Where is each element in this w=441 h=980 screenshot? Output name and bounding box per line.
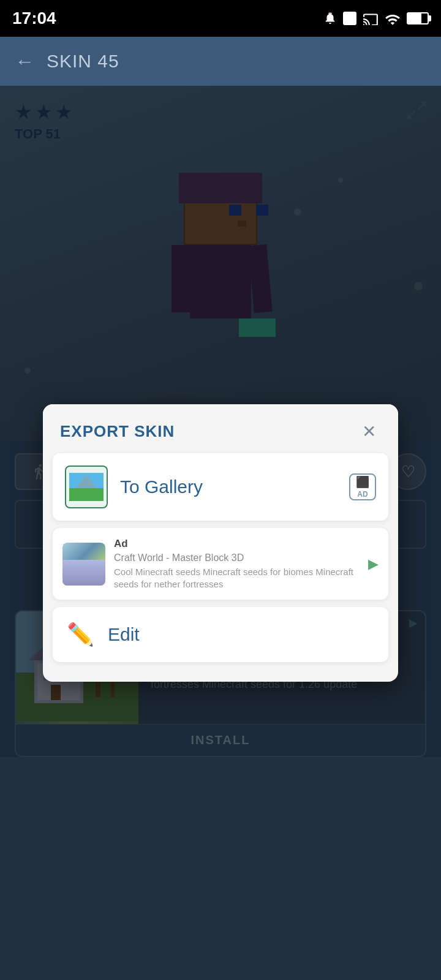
- modal-ad-marker: Ad: [114, 538, 360, 550]
- square-status-icon: [343, 12, 356, 25]
- modal-ad-content: Ad Craft World - Master Block 3D Cool Mi…: [114, 538, 360, 590]
- page-title: SKIN 45: [47, 51, 119, 72]
- svg-rect-1: [330, 12, 331, 13]
- status-icons: [323, 12, 429, 25]
- to-gallery-option[interactable]: To Gallery ⬛ AD: [53, 453, 388, 521]
- back-button[interactable]: ←: [15, 50, 34, 73]
- app-header: ← SKIN 45: [0, 37, 441, 86]
- edit-label: Edit: [108, 624, 376, 645]
- modal-overlay[interactable]: EXPORT SKIN ✕ To Gallery ⬛ AD: [0, 86, 441, 980]
- ad-house-image: [62, 560, 105, 586]
- wifi-icon: [385, 12, 401, 25]
- modal-ad-name: Craft World - Master Block 3D: [114, 552, 360, 564]
- battery-icon: [407, 12, 429, 24]
- export-skin-modal: EXPORT SKIN ✕ To Gallery ⬛ AD: [43, 404, 398, 682]
- status-bar: 17:04: [0, 0, 441, 37]
- edit-option[interactable]: ✏️ Edit: [53, 607, 388, 662]
- to-gallery-label: To Gallery: [120, 477, 337, 497]
- main-content: ★ ★ ★ TOP 51: [0, 86, 441, 980]
- monitor-icon: ⬛: [356, 475, 369, 489]
- modal-ad-description: Cool Minecraft seeds Minecraft seeds for…: [114, 566, 360, 590]
- landscape-ground: [69, 488, 104, 501]
- landscape-mountain: [75, 475, 97, 488]
- modal-ad-image: [62, 543, 105, 586]
- close-icon: ✕: [362, 421, 376, 442]
- modal-title: EXPORT SKIN: [60, 422, 175, 441]
- modal-spacer: [43, 669, 398, 682]
- modal-ad-play-icon[interactable]: ▶: [368, 556, 379, 572]
- landscape-icon: [69, 473, 104, 501]
- gallery-icon-box: [65, 466, 108, 508]
- ad-text-badge: AD: [357, 490, 368, 499]
- pencil-icon: ✏️: [65, 619, 96, 650]
- modal-ad-row[interactable]: Ad Craft World - Master Block 3D Cool Mi…: [53, 528, 388, 600]
- notification-icon: [323, 12, 337, 25]
- modal-close-button[interactable]: ✕: [356, 419, 381, 443]
- cast-icon: [363, 12, 379, 25]
- status-time: 17:04: [12, 9, 56, 28]
- ad-icon-badge: ⬛ AD: [349, 473, 376, 500]
- modal-header: EXPORT SKIN ✕: [43, 404, 398, 453]
